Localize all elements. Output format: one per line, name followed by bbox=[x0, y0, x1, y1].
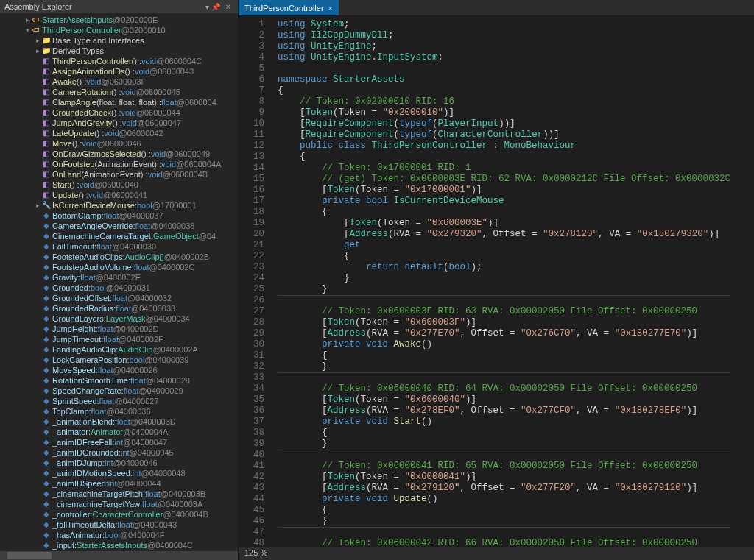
horizontal-scrollbar[interactable] bbox=[0, 551, 238, 560]
method-icon: ◧ bbox=[41, 149, 51, 159]
tree-member-_cinemachineTargetPitch[interactable]: ◆_cinemachineTargetPitch : float @040000… bbox=[0, 489, 238, 499]
tree-member-_animIDJump[interactable]: ◆_animIDJump : int @04000046 bbox=[0, 458, 238, 468]
method-icon: ◧ bbox=[41, 118, 51, 128]
tree-member-RotationSmoothTime[interactable]: ◆RotationSmoothTime : float @04000028 bbox=[0, 375, 238, 386]
tree-member-OnFootstep[interactable]: ◧OnFootstep(AnimationEvent) : void @0600… bbox=[0, 159, 238, 169]
tree-member-MoveSpeed[interactable]: ◆MoveSpeed : float @04000026 bbox=[0, 365, 238, 375]
field-icon: ◆ bbox=[41, 427, 51, 437]
field-icon: ◆ bbox=[41, 344, 51, 355]
tree-folder[interactable]: ▸📁Base Type and Interfaces bbox=[0, 35, 238, 46]
tree-member-JumpHeight[interactable]: ◆JumpHeight : float @0400002D bbox=[0, 324, 238, 334]
tree-member-Awake[interactable]: ◧Awake() : void @0600003F bbox=[0, 77, 238, 87]
tree-member-FallTimeout[interactable]: ◆FallTimeout : float @04000030 bbox=[0, 241, 238, 252]
tree-member-OnLand[interactable]: ◧OnLand(AnimationEvent) : void @0600004B bbox=[0, 169, 238, 180]
field-icon: ◆ bbox=[41, 417, 51, 427]
field-icon: ◆ bbox=[41, 499, 51, 509]
field-icon: ◆ bbox=[41, 241, 51, 252]
tree-member-ThirdPersonController[interactable]: ◧ThirdPersonController() : void @0600004… bbox=[0, 56, 238, 66]
tree-class-StarterAssetsInputs[interactable]: ▸🏷StarterAssetsInputs @0200000E bbox=[0, 15, 238, 25]
method-icon: ◧ bbox=[41, 107, 51, 118]
tree-member-SpeedChangeRate[interactable]: ◆SpeedChangeRate : float @04000029 bbox=[0, 386, 238, 396]
tree-member-GroundedCheck[interactable]: ◧GroundedCheck() : void @06000044 bbox=[0, 107, 238, 118]
editor-tab[interactable]: ThirdPersonController × bbox=[239, 0, 339, 15]
tree-member-GroundLayers[interactable]: ◆GroundLayers : LayerMask @04000034 bbox=[0, 313, 238, 324]
tree-member-_animIDMotionSpeed[interactable]: ◆_animIDMotionSpeed : int @04000048 bbox=[0, 468, 238, 478]
tree-member-TopClamp[interactable]: ◆TopClamp : float @04000036 bbox=[0, 406, 238, 417]
field-icon: ◆ bbox=[41, 386, 51, 396]
code-content[interactable]: using System;using Il2CppDummyDll;using … bbox=[272, 16, 730, 547]
tree-member-Move[interactable]: ◧Move() : void @06000046 bbox=[0, 138, 238, 149]
field-icon: ◆ bbox=[41, 437, 51, 447]
method-icon: ◧ bbox=[41, 87, 51, 97]
field-icon: ◆ bbox=[41, 458, 51, 468]
tree-member-LandingAudioClip[interactable]: ◆LandingAudioClip : AudioClip @0400002A bbox=[0, 344, 238, 355]
tree-member-_input[interactable]: ◆_input : StarterAssetsInputs @0400004C bbox=[0, 540, 238, 550]
field-icon: ◆ bbox=[41, 355, 51, 365]
tree-member-_hasAnimator[interactable]: ◆_hasAnimator : bool @0400004F bbox=[0, 530, 238, 540]
tab-close-icon[interactable]: × bbox=[328, 4, 333, 13]
tree-member-Update[interactable]: ◧Update() : void @06000041 bbox=[0, 190, 238, 200]
tree-member-_animIDSpeed[interactable]: ◆_animIDSpeed : int @04000044 bbox=[0, 478, 238, 489]
field-icon: ◆ bbox=[41, 509, 51, 520]
class-icon: 🏷 bbox=[31, 25, 40, 35]
line-gutter: 1234567891011121314151617181920212223242… bbox=[239, 16, 272, 547]
tab-label: ThirdPersonController bbox=[244, 4, 324, 13]
folder-icon: 📁 bbox=[41, 35, 51, 46]
tree-member-_cinemachineTargetYaw[interactable]: ◆_cinemachineTargetYaw : float @0400003A bbox=[0, 499, 238, 509]
tree-member-AssignAnimationIDs[interactable]: ◧AssignAnimationIDs() : void @06000043 bbox=[0, 66, 238, 77]
close-icon[interactable]: × bbox=[223, 2, 233, 11]
field-icon: ◆ bbox=[41, 324, 51, 334]
field-icon: ◆ bbox=[41, 365, 51, 375]
tree-member-_controller[interactable]: ◆_controller : CharacterController @0400… bbox=[0, 509, 238, 520]
tree-member-CameraAngleOverride[interactable]: ◆CameraAngleOverride : float @04000038 bbox=[0, 221, 238, 231]
tree-member-OnDrawGizmosSelected[interactable]: ◧OnDrawGizmosSelected() : void @06000049 bbox=[0, 149, 238, 159]
assembly-tree[interactable]: ▸🏷StarterAssetsInputs @0200000E▾🏷ThirdPe… bbox=[0, 13, 238, 551]
tree-member-_animationBlend[interactable]: ◆_animationBlend : float @0400003D bbox=[0, 417, 238, 427]
tree-member-_fallTimeoutDelta[interactable]: ◆_fallTimeoutDelta : float @04000043 bbox=[0, 520, 238, 530]
tree-member-Start[interactable]: ◧Start() : void @06000040 bbox=[0, 180, 238, 190]
class-icon: 🏷 bbox=[31, 15, 40, 25]
tree-member-JumpAndGravity[interactable]: ◧JumpAndGravity() : void @06000047 bbox=[0, 118, 238, 128]
field-icon: ◆ bbox=[41, 293, 51, 303]
tree-member-LockCameraPosition[interactable]: ◆LockCameraPosition : bool @04000039 bbox=[0, 355, 238, 365]
tree-member-FootstepAudioVolume[interactable]: ◆FootstepAudioVolume : float @0400002C bbox=[0, 262, 238, 272]
assembly-explorer-panel: Assembly Explorer ▾ 📌 × ▸🏷StarterAssetsI… bbox=[0, 0, 239, 560]
field-icon: ◆ bbox=[41, 272, 51, 283]
zoom-level[interactable]: 125 % bbox=[244, 548, 267, 557]
tree-class-ThirdPersonController[interactable]: ▾🏷ThirdPersonController @02000010 bbox=[0, 25, 238, 35]
pin-icon[interactable]: ▾ 📌 bbox=[202, 3, 223, 11]
tree-member-_animIDFreeFall[interactable]: ◆_animIDFreeFall : int @04000047 bbox=[0, 437, 238, 447]
field-icon: ◆ bbox=[41, 540, 51, 550]
code-area[interactable]: 1234567891011121314151617181920212223242… bbox=[239, 16, 754, 547]
tree-member-GroundedRadius[interactable]: ◆GroundedRadius : float @04000033 bbox=[0, 303, 238, 313]
tree-member-BottomClamp[interactable]: ◆BottomClamp : float @04000037 bbox=[0, 210, 238, 221]
tree-member-_animIDGrounded[interactable]: ◆_animIDGrounded : int @04000045 bbox=[0, 447, 238, 458]
field-icon: ◆ bbox=[41, 252, 51, 262]
tree-member-CinemachineCameraTarget[interactable]: ◆CinemachineCameraTarget : GameObject @0… bbox=[0, 231, 238, 241]
tree-member-LateUpdate[interactable]: ◧LateUpdate() : void @06000042 bbox=[0, 128, 238, 138]
tree-member-ClampAngle[interactable]: ◧ClampAngle(float, float, float) : float… bbox=[0, 97, 238, 107]
method-icon: ◧ bbox=[41, 169, 51, 180]
field-icon: ◆ bbox=[41, 520, 51, 530]
prop-icon: 🔧 bbox=[41, 200, 51, 210]
tree-member-JumpTimeout[interactable]: ◆JumpTimeout : float @0400002F bbox=[0, 334, 238, 344]
tree-member-SprintSpeed[interactable]: ◆SprintSpeed : float @04000027 bbox=[0, 396, 238, 406]
field-icon: ◆ bbox=[41, 262, 51, 272]
method-icon: ◧ bbox=[41, 128, 51, 138]
assembly-explorer-header: Assembly Explorer ▾ 📌 × bbox=[0, 0, 238, 13]
tree-member-Grounded[interactable]: ◆Grounded : bool @04000031 bbox=[0, 283, 238, 293]
tree-member-IsCurrentDeviceMouse[interactable]: ▸🔧IsCurrentDeviceMouse : bool @17000001 bbox=[0, 200, 238, 210]
field-icon: ◆ bbox=[41, 313, 51, 324]
tree-member-_animator[interactable]: ◆_animator : Animator @0400004A bbox=[0, 427, 238, 437]
field-icon: ◆ bbox=[41, 396, 51, 406]
editor-panel: ThirdPersonController × 1234567891011121… bbox=[239, 0, 754, 560]
tree-folder[interactable]: ▸📁Derived Types bbox=[0, 46, 238, 56]
tree-member-GroundedOffset[interactable]: ◆GroundedOffset : float @04000032 bbox=[0, 293, 238, 303]
field-icon: ◆ bbox=[41, 375, 51, 386]
tree-member-FootstepAudioClips[interactable]: ◆FootstepAudioClips : AudioClip[] @04000… bbox=[0, 252, 238, 262]
folder-icon: 📁 bbox=[41, 46, 51, 56]
method-icon: ◧ bbox=[41, 159, 51, 169]
tree-member-Gravity[interactable]: ◆Gravity : float @0400002E bbox=[0, 272, 238, 283]
status-bar: 125 % bbox=[239, 547, 754, 560]
tree-member-CameraRotation[interactable]: ◧CameraRotation() : void @06000045 bbox=[0, 87, 238, 97]
